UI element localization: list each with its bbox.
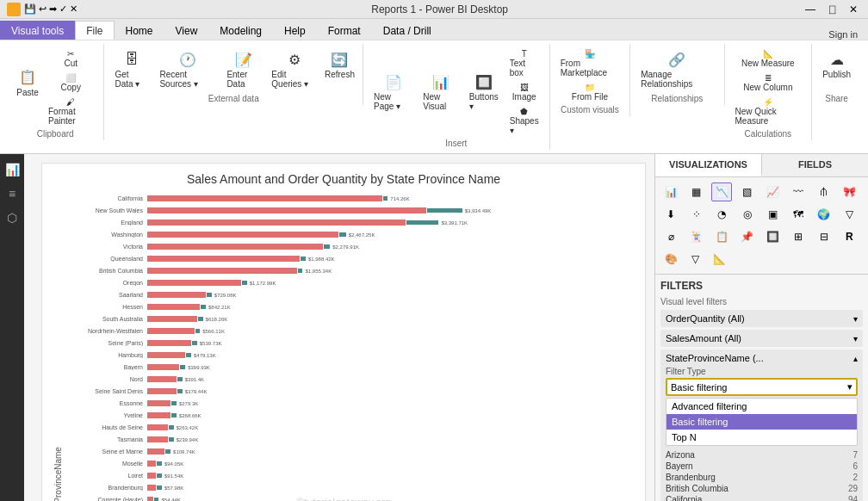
sign-in-link[interactable]: Sign in [818,29,868,40]
viz-icon-waterfall[interactable]: ⬇ [660,205,681,224]
dropdown-option-basic[interactable]: Basic filtering [666,414,857,430]
dropdown-option-advanced[interactable]: Advanced filtering [666,399,857,414]
viz-icon-map[interactable]: 🗺 [788,205,809,224]
tab-file[interactable]: File [75,21,114,40]
get-data-icon: 🗄 [121,49,142,70]
tab-view[interactable]: View [164,21,209,40]
tab-help[interactable]: Help [273,21,317,40]
filter-value-name: Arizona [666,450,695,460]
viz-icon-ribbon[interactable]: 🎀 [839,182,859,201]
viz-icon-line[interactable]: 📈 [763,182,784,201]
paste-button[interactable]: 📋 Paste [14,65,41,110]
viz-icon-analytics[interactable]: 📐 [709,250,729,269]
new-visual-button[interactable]: 📊 New Visual [419,70,462,114]
viz-icon-card[interactable]: 🃏 [686,227,707,246]
from-file-button[interactable]: 📁 From File [557,81,623,103]
publish-button[interactable]: ☁ Publish [819,47,854,92]
restore-btn[interactable]: ⎕ [826,3,839,15]
custom-visuals-label: Custom visuals [561,103,619,116]
tab-home[interactable]: Home [115,21,164,40]
viz-icon-area[interactable]: 〰 [788,182,809,201]
get-data-button[interactable]: 🗄 Get Data ▾ [111,47,152,92]
insert-label: Insert [445,137,467,150]
orderquantity-expand-icon[interactable]: ▾ [853,314,858,324]
enter-data-button[interactable]: 📝 Enter Data [223,47,264,92]
tab-format[interactable]: Format [317,21,372,40]
filter-item-salesamount[interactable]: SalesAmount (All) ▾ [660,330,863,347]
copy-button[interactable]: ⬜ Copy [45,71,96,94]
refresh-button[interactable]: 🔄 Refresh [324,47,356,92]
viz-icon-r[interactable]: R [839,227,859,246]
close-btn[interactable]: ✕ [846,3,861,15]
minimize-btn[interactable]: — [802,3,819,15]
model-view-icon[interactable]: ⬡ [3,209,21,226]
viz-icon-kpi[interactable]: 📌 [737,227,758,246]
bar-row: Bayern $399.93K [68,362,636,373]
new-measure-button[interactable]: 📐 New Measure [732,47,805,70]
viz-icon-stacked-column[interactable]: ▧ [737,182,758,201]
viz-icon-format[interactable]: 🎨 [660,250,681,269]
ribbon: Visual tools File Home View Modeling Hel… [0,19,868,154]
new-page-button[interactable]: 📄 New Page ▾ [370,70,416,114]
viz-icon-pie[interactable]: ◔ [711,205,732,224]
image-button[interactable]: 🖼 Image [506,81,542,103]
new-column-icon: ≣ [765,73,772,83]
text-box-button[interactable]: T Text box [506,47,542,79]
viz-icon-bar[interactable]: 📊 [660,182,681,201]
bar-label: Seine Saint Denis [68,388,146,394]
viz-icon-gauge[interactable]: ⌀ [660,227,681,246]
cut-button[interactable]: ✂ Cut [45,47,96,70]
viz-icon-donut[interactable]: ◎ [737,205,758,224]
salesamount-expand-icon[interactable]: ▾ [853,334,858,343]
viz-icon-matrix[interactable]: ⊟ [814,227,834,246]
viz-icon-treemap[interactable]: ▣ [763,205,784,224]
from-marketplace-button[interactable]: 🏪 From Marketplace [557,47,623,79]
external-data-items: 🗄 Get Data ▾ 🕐 Recent Sources ▾ 📝 Enter … [111,44,356,92]
viz-icon-filled-map[interactable]: 🌍 [814,205,834,224]
buttons-button[interactable]: 🔲 Buttons ▾ [466,70,503,114]
dropdown-arrow-icon[interactable]: ▾ [847,381,852,393]
new-quick-measure-button[interactable]: ⚡ New Quick Measure [732,96,805,127]
viz-panel: 📊 ▦ 📉 ▧ 📈 〰 ⫛ 🎀 ⬇ ⁘ ◔ ◎ ▣ 🗺 🌍 ▽ ⌀ [655,177,868,275]
new-column-button[interactable]: ≣ New Column [732,71,805,94]
edit-queries-button[interactable]: ⚙ Edit Queries ▾ [268,47,319,92]
tab-data-drill[interactable]: Data / Drill [372,21,443,40]
viz-icon-funnel[interactable]: ▽ [839,205,859,224]
filter-type-select[interactable]: Basic filtering ▾ [666,378,858,396]
bar-label: Loiret [68,473,146,479]
tab-fields[interactable]: FIELDS [762,154,868,176]
title-bar-left: 💾 ↩ ➡ ✓ ✕ [7,3,78,16]
viz-icon-slicer[interactable]: 🔲 [763,227,784,246]
report-view-icon[interactable]: 📊 [3,161,21,178]
manage-relationships-button[interactable]: 🔗 Manage Relationships [637,47,716,92]
recent-sources-button[interactable]: 🕐 Recent Sources ▾ [156,47,220,92]
data-view-icon[interactable]: ≡ [3,185,21,202]
filter-item-orderquantity[interactable]: OrderQuantity (All) ▾ [660,310,863,327]
viz-icon-line-column[interactable]: ⫛ [814,182,834,201]
tab-visual-tools[interactable]: Visual tools [0,21,75,40]
from-file-icon: 📁 [585,83,595,92]
bar-label: Hessen [68,304,146,310]
bar-row: Essonne $279.3K [68,398,636,409]
bar-label: Tasmania [68,436,146,442]
viz-icon-table[interactable]: ⊞ [788,227,809,246]
bar-row: Hauts de Seine $263.42K [68,422,636,433]
paste-label: Paste [16,88,39,97]
content-area: 📊 ≡ ⬡ Sales Amount and Order Quantity by… [0,154,868,501]
filter-value-count: 7 [852,450,858,460]
tab-modeling[interactable]: Modeling [208,21,273,40]
edit-queries-icon: ⚙ [284,49,305,70]
format-painter-button[interactable]: 🖌 Format Painter [45,96,96,127]
bar-label: Queensland [68,256,146,262]
viz-icon-multirow-card[interactable]: 📋 [711,227,732,246]
viz-icon-scatter[interactable]: ⁘ [686,205,707,224]
shapes-button[interactable]: ⬟ Shapes ▾ [506,105,542,137]
stateprovincename-expand-icon[interactable]: ▴ [853,354,858,363]
tab-visualizations[interactable]: VISUALIZATIONS [655,154,762,176]
bar-row: Nord $391.4K [68,374,636,385]
viz-icon-column[interactable]: 📉 [711,182,732,201]
viz-icon-stacked-bar[interactable]: ▦ [686,182,707,201]
stateprovincename-filter-header[interactable]: StateProvinceName (... ▴ [666,353,858,363]
viz-icon-filter2[interactable]: ▽ [685,250,705,269]
dropdown-option-topn[interactable]: Top N [666,430,857,445]
